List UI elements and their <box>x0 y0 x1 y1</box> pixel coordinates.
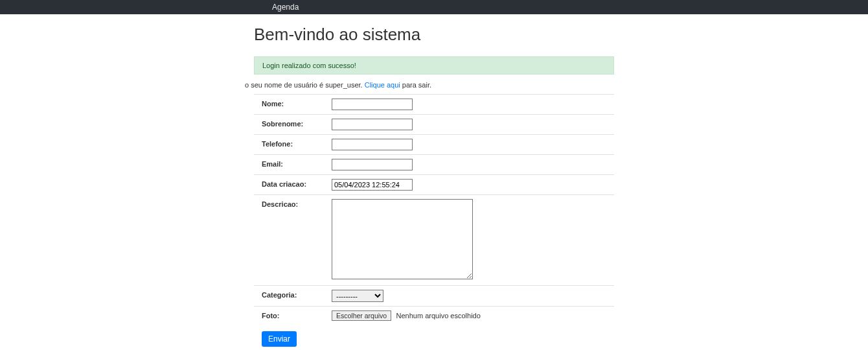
row-descricao: Descricao: <box>254 195 614 286</box>
navbar: Agenda <box>0 0 868 14</box>
label-sobrenome: Sobrenome: <box>254 119 332 128</box>
input-telefone[interactable] <box>332 139 413 150</box>
row-foto: Foto: Escolher arquivo Nenhum arquivo es… <box>254 307 614 325</box>
row-telefone: Telefone: <box>254 135 614 155</box>
main-container: Bem-vindo ao sistema Login realizado com… <box>254 14 614 347</box>
input-nome[interactable] <box>332 99 413 110</box>
label-data-criacao: Data criacao: <box>254 179 332 188</box>
info-prefix: o seu nome de usuário é super_user. <box>245 81 365 89</box>
input-data-criacao[interactable] <box>332 179 413 191</box>
input-sobrenome[interactable] <box>332 119 413 130</box>
label-telefone: Telefone: <box>254 139 332 148</box>
row-email: Email: <box>254 155 614 175</box>
textarea-descricao[interactable] <box>332 199 473 279</box>
label-categoria: Categoria: <box>254 290 332 299</box>
info-suffix: para sair. <box>400 81 431 89</box>
file-choose-button[interactable]: Escolher arquivo <box>332 310 391 321</box>
navbar-brand[interactable]: Agenda <box>272 3 299 12</box>
label-descricao: Descricao: <box>254 199 332 208</box>
row-sobrenome: Sobrenome: <box>254 115 614 135</box>
label-email: Email: <box>254 159 332 168</box>
row-categoria: Categoria: --------- <box>254 286 614 307</box>
page-title: Bem-vindo ao sistema <box>254 25 614 45</box>
submit-button[interactable]: Enviar <box>262 331 297 347</box>
logout-link[interactable]: Clique aqui <box>365 81 400 89</box>
row-data-criacao: Data criacao: <box>254 175 614 195</box>
input-email[interactable] <box>332 159 413 170</box>
select-categoria[interactable]: --------- <box>332 290 383 302</box>
label-nome: Nome: <box>254 99 332 108</box>
file-status-text: Nenhum arquivo escolhido <box>396 312 481 320</box>
label-foto: Foto: <box>254 310 332 320</box>
row-nome: Nome: <box>254 95 614 115</box>
user-info-line: o seu nome de usuário é super_user. Cliq… <box>245 81 614 91</box>
alert-success: Login realizado com sucesso! <box>254 56 614 75</box>
form-section: Nome: Sobrenome: Telefone: Email: Data c <box>254 94 614 325</box>
alert-message: Login realizado com sucesso! <box>262 62 356 69</box>
